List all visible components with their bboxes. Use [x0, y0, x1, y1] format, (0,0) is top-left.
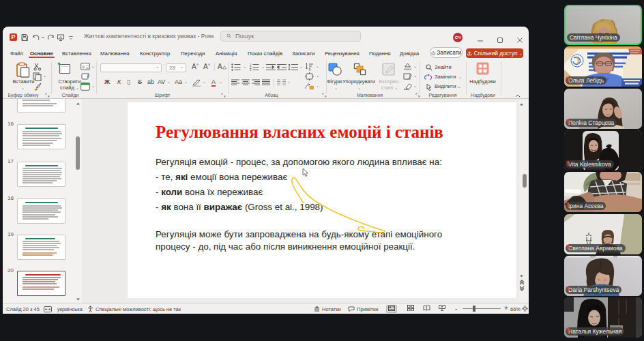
svg-text:A: A — [309, 68, 312, 71]
svg-text:3: 3 — [250, 68, 252, 71]
